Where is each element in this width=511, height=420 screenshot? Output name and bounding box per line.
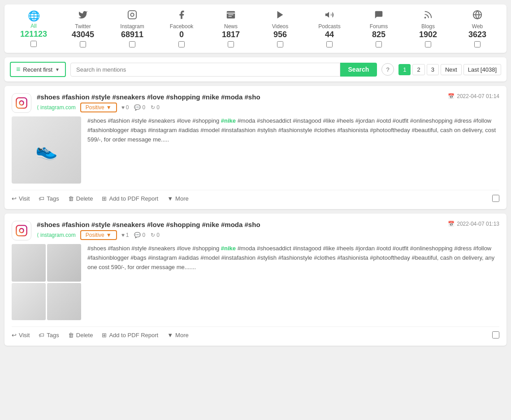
svg-rect-13 bbox=[16, 225, 26, 236]
source-tab-blogs[interactable]: Blogs 1902 bbox=[410, 10, 446, 47]
source-tab-instagram[interactable]: Instagram 68911 bbox=[114, 10, 150, 47]
source-tab-podcasts[interactable]: Podcasts 44 bbox=[312, 10, 347, 47]
post-meta-1: #shoes #fashion #style #sneakers #love #… bbox=[37, 93, 442, 112]
web-count: 3623 bbox=[468, 30, 486, 39]
svg-marker-6 bbox=[277, 11, 283, 19]
facebook-checkbox[interactable] bbox=[178, 41, 185, 47]
svg-rect-0 bbox=[128, 11, 136, 19]
source-tab-news[interactable]: News 1817 bbox=[213, 10, 249, 47]
facebook-count: 0 bbox=[179, 30, 184, 39]
source-link-2[interactable]: ⟨ instagram.com bbox=[37, 232, 76, 238]
comments-stat-1: 💬 0 bbox=[134, 104, 145, 111]
source-link-text-2: instagram.com bbox=[40, 232, 76, 238]
search-button[interactable]: Search bbox=[340, 63, 377, 77]
search-input[interactable] bbox=[70, 63, 340, 77]
sentiment-chevron-1: ▼ bbox=[106, 104, 112, 111]
post-title-2: #shoes #fashion #style #sneakers #love #… bbox=[37, 221, 442, 228]
sentiment-button-1[interactable]: Positive ▼ bbox=[80, 103, 117, 112]
source-tab-videos[interactable]: Videos 956 bbox=[262, 10, 298, 47]
more-icon-2: ▼ bbox=[167, 332, 173, 339]
visit-button-2[interactable]: ↩ Visit bbox=[12, 332, 30, 339]
add-pdf-button-2[interactable]: ⊞ Add to PDF Report bbox=[102, 332, 158, 339]
filter-bar: ≡ Recent first ▼ Search ? 1 2 3 Next Las… bbox=[4, 57, 507, 81]
post-text-2: #shoes #fashion #style #sneakers #love #… bbox=[87, 244, 499, 320]
post-checkbox-2[interactable] bbox=[492, 331, 499, 339]
main-container: 🌐 All 121123 Twitter 43045 Instagram 689… bbox=[0, 0, 511, 355]
news-checkbox[interactable] bbox=[228, 41, 234, 47]
help-button[interactable]: ? bbox=[381, 63, 394, 76]
visit-button-1[interactable]: ↩ Visit bbox=[12, 195, 30, 202]
post-title-1: #shoes #fashion #style #sneakers #love #… bbox=[37, 93, 442, 101]
pdf-icon-2: ⊞ bbox=[102, 332, 107, 339]
chevron-down-icon: ▼ bbox=[55, 67, 60, 72]
post-date-1: 📅 2022-04-07 01:14 bbox=[448, 93, 499, 99]
more-icon-1: ▼ bbox=[167, 195, 173, 202]
page-3-button[interactable]: 3 bbox=[427, 64, 439, 75]
more-button-1[interactable]: ▼ More bbox=[167, 195, 189, 202]
videos-label: Videos bbox=[272, 23, 288, 30]
post-meta-2: #shoes #fashion #style #sneakers #love #… bbox=[37, 221, 442, 240]
post-image-grid-2 bbox=[12, 244, 81, 320]
twitter-icon bbox=[78, 10, 88, 22]
visit-icon-1: ↩ bbox=[12, 195, 17, 202]
platform-icon-instagram-1 bbox=[12, 93, 31, 113]
tags-icon-1: 🏷 bbox=[39, 195, 44, 202]
likes-stat-2: ♥ 1 bbox=[121, 232, 129, 238]
more-button-2[interactable]: ▼ More bbox=[167, 332, 189, 339]
page-2-button[interactable]: 2 bbox=[412, 64, 424, 75]
blogs-checkbox[interactable] bbox=[425, 41, 431, 47]
page-1-button[interactable]: 1 bbox=[398, 64, 411, 75]
instagram-label: Instagram bbox=[120, 23, 144, 30]
source-tab-web[interactable]: Web 3623 bbox=[459, 10, 495, 47]
tags-icon-2: 🏷 bbox=[39, 332, 44, 339]
delete-button-1[interactable]: 🗑 Delete bbox=[68, 195, 93, 202]
source-tab-twitter[interactable]: Twitter 43045 bbox=[65, 10, 101, 47]
all-icon: 🌐 bbox=[28, 10, 40, 22]
instagram-checkbox[interactable] bbox=[129, 41, 135, 47]
tags-button-1[interactable]: 🏷 Tags bbox=[39, 195, 59, 202]
post-header-1: #shoes #fashion #style #sneakers #love #… bbox=[12, 93, 499, 113]
source-link-1[interactable]: ⟨ instagram.com bbox=[37, 104, 76, 111]
post-source-row-2: ⟨ instagram.com Positive ▼ ♥ 1 💬 0 ↻ 0 bbox=[37, 230, 442, 240]
all-checkbox[interactable] bbox=[30, 41, 37, 47]
source-tab-forums[interactable]: Forums 825 bbox=[361, 10, 397, 47]
podcasts-icon bbox=[325, 10, 334, 22]
news-icon bbox=[226, 10, 236, 22]
podcasts-checkbox[interactable] bbox=[326, 41, 333, 47]
twitter-label: Twitter bbox=[75, 23, 91, 30]
delete-button-2[interactable]: 🗑 Delete bbox=[68, 332, 93, 339]
sentiment-button-2[interactable]: Positive ▼ bbox=[80, 230, 117, 240]
sentiment-chevron-2: ▼ bbox=[106, 232, 112, 238]
blogs-count: 1902 bbox=[419, 30, 437, 39]
tags-button-2[interactable]: 🏷 Tags bbox=[39, 332, 59, 339]
post-actions-2: ↩ Visit 🏷 Tags 🗑 Delete ⊞ Add to PDF Rep… bbox=[12, 326, 499, 339]
post-header-2: #shoes #fashion #style #sneakers #love #… bbox=[12, 221, 499, 240]
web-checkbox[interactable] bbox=[474, 41, 481, 47]
videos-checkbox[interactable] bbox=[277, 41, 283, 47]
twitter-checkbox[interactable] bbox=[80, 41, 86, 47]
post-checkbox-1[interactable] bbox=[492, 195, 499, 202]
image-cell-3 bbox=[12, 283, 46, 321]
pagination: 1 2 3 Next Last [4038] bbox=[398, 64, 501, 75]
blogs-label: Blogs bbox=[421, 23, 435, 30]
post-actions-1: ↩ Visit 🏷 Tags 🗑 Delete ⊞ Add to PDF Rep… bbox=[12, 190, 499, 202]
sort-button[interactable]: ≡ Recent first ▼ bbox=[10, 62, 66, 77]
add-pdf-button-1[interactable]: ⊞ Add to PDF Report bbox=[102, 195, 158, 202]
svg-rect-11 bbox=[16, 98, 26, 108]
post-body-1: 👟 #shoes #fashion #style #sneakers #love… bbox=[12, 116, 499, 184]
forums-checkbox[interactable] bbox=[376, 41, 382, 47]
delete-icon-2: 🗑 bbox=[68, 332, 74, 339]
podcasts-label: Podcasts bbox=[318, 23, 340, 30]
svg-point-8 bbox=[425, 17, 426, 18]
post-text-1: #shoes #fashion #style #sneakers #love #… bbox=[87, 116, 499, 184]
forums-icon bbox=[374, 10, 384, 22]
comments-stat-2: 💬 0 bbox=[134, 232, 145, 238]
post-date-2: 📅 2022-04-07 01:13 bbox=[448, 221, 499, 227]
shares-stat-1: ↻ 0 bbox=[151, 104, 160, 111]
last-button[interactable]: Last [4038] bbox=[463, 64, 501, 75]
news-label: News bbox=[224, 23, 238, 30]
next-button[interactable]: Next bbox=[441, 64, 462, 75]
source-tab-facebook[interactable]: Facebook 0 bbox=[164, 10, 199, 47]
source-tab-all[interactable]: 🌐 All 121123 bbox=[16, 10, 52, 47]
post-card-2: #shoes #fashion #style #sneakers #love #… bbox=[4, 214, 507, 346]
